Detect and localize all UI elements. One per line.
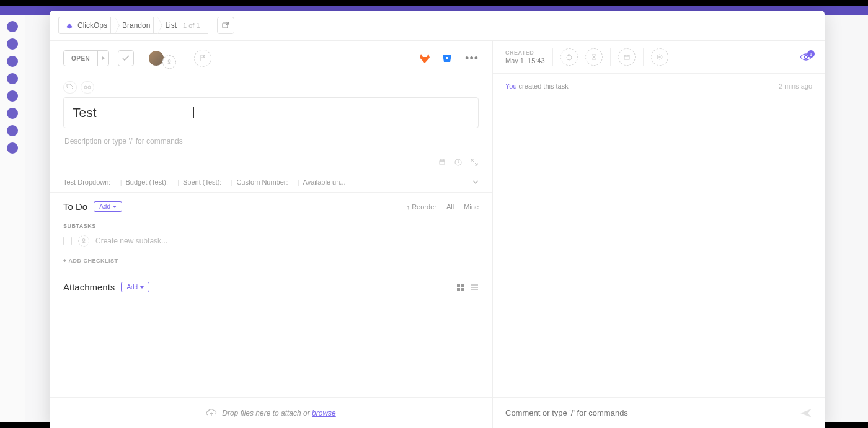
reorder-button[interactable]: ↕ Reorder bbox=[407, 203, 436, 211]
svg-rect-3 bbox=[446, 57, 448, 59]
svg-point-20 bbox=[805, 56, 808, 59]
sprint-points-button[interactable] bbox=[651, 48, 668, 66]
svg-rect-13 bbox=[461, 288, 464, 291]
clickup-logo-icon bbox=[65, 21, 74, 30]
add-checklist-button[interactable]: + ADD CHECKLIST bbox=[63, 258, 479, 264]
tag-button[interactable] bbox=[63, 81, 77, 94]
attachments-add-button[interactable]: Add bbox=[121, 282, 149, 292]
caret-right-icon bbox=[97, 51, 108, 66]
due-date-button[interactable] bbox=[618, 48, 636, 66]
breadcrumb: ClickOps Brandon List 1 of 1 bbox=[50, 11, 825, 40]
attachments-title: Attachments bbox=[63, 282, 115, 292]
svg-rect-18 bbox=[624, 55, 629, 59]
bitbucket-icon[interactable] bbox=[440, 51, 454, 65]
print-icon[interactable] bbox=[438, 158, 446, 167]
svg-point-5 bbox=[88, 86, 91, 89]
upload-icon bbox=[206, 409, 217, 417]
svg-rect-15 bbox=[471, 287, 478, 288]
view-grid-button[interactable] bbox=[456, 283, 465, 292]
subtask-checkbox[interactable] bbox=[63, 237, 72, 245]
svg-point-4 bbox=[84, 86, 87, 89]
svg-point-17 bbox=[567, 55, 572, 60]
gitlab-icon[interactable] bbox=[418, 51, 432, 65]
todo-title: To Do bbox=[63, 201, 87, 212]
custom-fields-row[interactable]: Test Dropdown: –| Budget (Test): –| Spen… bbox=[50, 172, 492, 193]
history-icon[interactable] bbox=[454, 158, 463, 167]
filter-mine[interactable]: Mine bbox=[464, 203, 479, 211]
svg-rect-11 bbox=[461, 284, 464, 287]
comment-input[interactable] bbox=[505, 408, 800, 417]
filter-all[interactable]: All bbox=[446, 203, 454, 211]
send-comment-button[interactable] bbox=[800, 408, 812, 418]
description-input[interactable]: Description or type '/' for commands bbox=[63, 128, 479, 172]
subtasks-label: SUBTASKS bbox=[63, 223, 479, 229]
breadcrumb-workspace[interactable]: ClickOps bbox=[58, 17, 115, 34]
view-list-button[interactable] bbox=[470, 283, 479, 292]
svg-rect-14 bbox=[471, 284, 478, 286]
more-menu-button[interactable]: ••• bbox=[463, 52, 481, 65]
expand-icon[interactable] bbox=[470, 158, 479, 167]
browse-link[interactable]: browse bbox=[312, 409, 336, 417]
chevron-down-icon[interactable] bbox=[472, 180, 479, 184]
open-external-button[interactable] bbox=[217, 17, 234, 34]
add-assignee-button[interactable] bbox=[162, 55, 176, 69]
svg-rect-7 bbox=[440, 159, 444, 161]
task-title-input[interactable] bbox=[63, 97, 479, 128]
svg-rect-6 bbox=[440, 161, 445, 164]
created-value: May 1, 15:43 bbox=[505, 57, 545, 64]
created-label: CREATED bbox=[505, 50, 545, 56]
time-estimate-button[interactable] bbox=[585, 48, 603, 66]
svg-point-2 bbox=[168, 60, 170, 63]
svg-rect-1 bbox=[223, 23, 228, 28]
svg-rect-12 bbox=[457, 288, 460, 291]
watchers-button[interactable]: 1 bbox=[800, 53, 812, 61]
activity-feed: You created this task 2 mins ago bbox=[493, 74, 825, 397]
status-button[interactable]: OPEN bbox=[63, 50, 109, 66]
svg-point-9 bbox=[82, 239, 85, 242]
mark-complete-button[interactable] bbox=[118, 50, 134, 66]
priority-button[interactable] bbox=[194, 50, 211, 67]
time-tracked-button[interactable] bbox=[560, 48, 578, 66]
text-cursor-icon bbox=[193, 107, 194, 118]
dependency-button[interactable] bbox=[81, 81, 94, 94]
attachment-dropzone[interactable]: Drop files here to attach or browse bbox=[50, 397, 492, 428]
new-subtask-input[interactable]: Create new subtask... bbox=[95, 237, 167, 245]
svg-rect-10 bbox=[457, 284, 460, 287]
svg-rect-16 bbox=[471, 289, 478, 290]
todo-add-button[interactable]: Add bbox=[94, 201, 122, 212]
subtask-assignee-button[interactable] bbox=[78, 235, 89, 247]
